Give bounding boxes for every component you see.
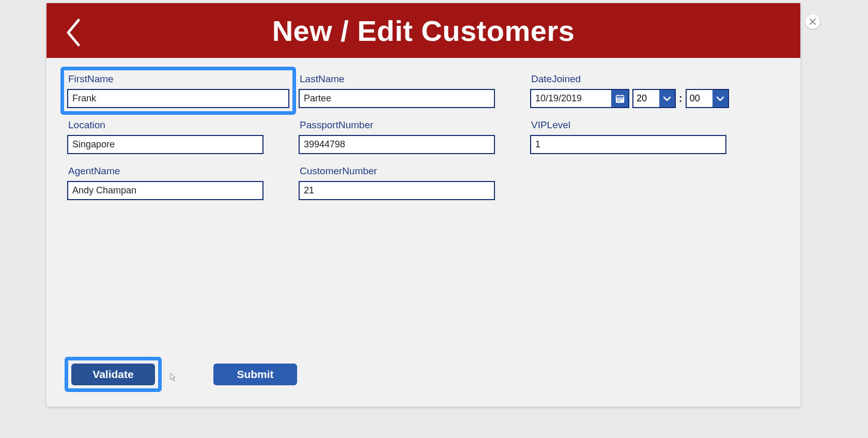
field-last-name: LastName xyxy=(299,73,521,108)
highlight-first-name: FirstName xyxy=(60,67,296,115)
minute-select[interactable]: 00 xyxy=(686,89,729,108)
input-customer-number[interactable] xyxy=(299,181,495,200)
calendar-button[interactable] xyxy=(611,90,628,107)
input-passport-number[interactable] xyxy=(299,135,495,154)
svg-rect-7 xyxy=(617,98,618,99)
chevron-left-icon xyxy=(65,18,82,47)
minute-dropdown-button[interactable] xyxy=(712,90,728,107)
input-first-name[interactable] xyxy=(67,89,289,108)
svg-rect-9 xyxy=(622,98,623,99)
time-colon: : xyxy=(679,93,683,104)
chevron-down-icon xyxy=(663,96,671,101)
label-customer-number: CustomerNumber xyxy=(299,165,521,177)
validate-button[interactable]: Validate xyxy=(71,364,155,385)
date-input-wrap xyxy=(530,89,629,108)
label-agent-name: AgentName xyxy=(67,165,289,177)
highlight-validate: Validate xyxy=(65,357,162,392)
label-date-joined: DateJoined xyxy=(530,73,752,85)
field-passport-number: PassportNumber xyxy=(299,119,521,154)
form-grid: FirstName LastName DateJoined xyxy=(67,73,780,200)
label-passport-number: PassportNumber xyxy=(299,119,521,131)
input-agent-name[interactable] xyxy=(67,181,264,200)
svg-rect-11 xyxy=(619,100,621,101)
field-customer-number: CustomerNumber xyxy=(299,165,521,200)
customer-form-panel: New / Edit Customers FirstName LastName xyxy=(47,3,800,406)
button-row: Validate Submit xyxy=(65,357,297,392)
calendar-icon xyxy=(615,94,625,103)
chevron-down-icon xyxy=(716,96,724,101)
hour-select[interactable]: 20 xyxy=(632,89,676,108)
label-last-name: LastName xyxy=(299,73,521,85)
field-location: Location xyxy=(67,119,289,154)
date-joined-row: 20 : 00 xyxy=(530,89,752,108)
hour-value: 20 xyxy=(633,90,659,107)
input-date-joined[interactable] xyxy=(531,90,611,107)
header-bar: New / Edit Customers xyxy=(47,3,800,58)
back-button[interactable] xyxy=(62,14,85,51)
label-first-name: FirstName xyxy=(67,73,289,85)
field-vip-level: VIPLevel xyxy=(530,119,752,154)
close-button[interactable] xyxy=(805,14,820,29)
label-vip-level: VIPLevel xyxy=(530,119,752,131)
field-date-joined: DateJoined xyxy=(530,73,752,108)
field-agent-name: AgentName xyxy=(67,165,289,200)
field-first-name: FirstName xyxy=(67,73,289,108)
input-location[interactable] xyxy=(67,135,264,154)
input-vip-level[interactable] xyxy=(530,135,726,154)
svg-rect-8 xyxy=(619,98,621,99)
form-area: FirstName LastName DateJoined xyxy=(47,58,800,406)
page-title: New / Edit Customers xyxy=(272,14,575,48)
hour-dropdown-button[interactable] xyxy=(659,90,675,107)
submit-button[interactable]: Submit xyxy=(213,364,297,385)
minute-value: 00 xyxy=(687,90,712,107)
input-last-name[interactable] xyxy=(299,89,495,108)
close-icon xyxy=(810,19,816,25)
svg-rect-10 xyxy=(617,100,618,101)
label-location: Location xyxy=(67,119,289,131)
